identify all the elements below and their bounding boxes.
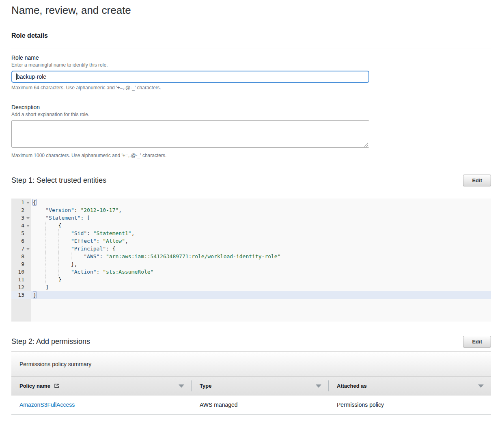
column-header-type[interactable]: Type: [192, 377, 329, 395]
code-line-content[interactable]: }: [31, 291, 491, 299]
column-header-policy-name[interactable]: Policy name: [11, 377, 192, 395]
indent-guide: [58, 260, 71, 268]
indent-guide: [33, 229, 45, 237]
step2-edit-button[interactable]: Edit: [463, 336, 491, 348]
json-string: "Statement1": [93, 230, 131, 236]
resize-handle-icon[interactable]: [364, 142, 368, 147]
step1-edit-button[interactable]: Edit: [463, 175, 491, 186]
indent-guide: [58, 229, 71, 237]
code-line-content[interactable]: },: [31, 260, 491, 268]
code-line-content[interactable]: "Sid": "Statement1",: [31, 229, 491, 237]
code-line-content[interactable]: "AWS": "arn:aws:iam::541263489771:role/w…: [31, 253, 491, 260]
line-number-text: 12: [18, 284, 24, 290]
code-line-content[interactable]: }: [31, 276, 491, 283]
editor-line[interactable]: 11 }: [11, 276, 491, 283]
code-line-content[interactable]: "Action": "sts:AssumeRole": [31, 268, 491, 276]
line-number-text: 10: [18, 269, 24, 275]
table-body: AmazonS3FullAccessAWS managedPermissions…: [11, 395, 491, 415]
json-key: "Version": [45, 207, 74, 213]
editor-line[interactable]: 4 {: [11, 222, 491, 229]
description-constraint: Maximum 1000 characters. Use alphanumeri…: [11, 153, 491, 158]
line-number: 1: [11, 199, 31, 206]
editor-line[interactable]: 1{: [11, 199, 491, 206]
indent-guide: [33, 260, 45, 268]
indent-guide: [33, 206, 45, 214]
editor-line[interactable]: 3 "Statement": [: [11, 214, 491, 222]
code-line-content[interactable]: "Version": "2012-10-17",: [31, 206, 491, 214]
external-link-icon: [54, 383, 59, 389]
indent-guide: [58, 237, 71, 245]
description-textarea[interactable]: [11, 120, 369, 148]
editor-line[interactable]: 13}: [11, 291, 491, 299]
editor-line[interactable]: 12 ]: [11, 283, 491, 291]
editor-line[interactable]: 9 },: [11, 260, 491, 268]
step1-header-row: Step 1: Select trusted entities Edit: [11, 174, 491, 186]
indent-guide: [33, 237, 45, 245]
json-key: "Sid": [71, 230, 87, 236]
column-header-attached-as[interactable]: Attached as: [329, 377, 491, 395]
json-punctuation: ,: [125, 238, 128, 244]
json-string: "sts:AssumeRole": [103, 269, 153, 275]
editor-line[interactable]: 10 "Action": "sts:AssumeRole": [11, 268, 491, 276]
code-line-content[interactable]: ]: [31, 283, 491, 291]
line-number: 10: [11, 268, 31, 276]
sort-triangle-icon[interactable]: [179, 384, 184, 388]
table-header-row: Policy nameTypeAttached as: [11, 376, 491, 395]
policy-editor-lines: 1{2 "Version": "2012-10-17",3 "Statement…: [11, 199, 491, 299]
code-line-content[interactable]: "Statement": [: [31, 214, 491, 222]
editor-line[interactable]: 2 "Version": "2012-10-17",: [11, 206, 491, 214]
editor-line[interactable]: 5 "Sid": "Statement1",: [11, 229, 491, 237]
json-punctuation: :: [87, 230, 93, 236]
json-punctuation: :: [97, 238, 103, 244]
line-number: 5: [11, 229, 31, 237]
line-number-text: 8: [21, 253, 24, 259]
line-number-text: 6: [21, 238, 24, 244]
trust-policy-editor[interactable]: 1{2 "Version": "2012-10-17",3 "Statement…: [11, 199, 491, 322]
sort-triangle-icon[interactable]: [316, 384, 321, 388]
panel-header: Permissions policy summary: [11, 352, 491, 376]
code-line-content[interactable]: {: [31, 199, 491, 206]
name-review-create-page: Name, review, and create Role details Ro…: [0, 0, 504, 421]
json-punctuation: {: [58, 222, 62, 229]
role-name-input[interactable]: backup-role: [11, 71, 369, 83]
permissions-summary-panel: Permissions policy summary Policy nameTy…: [11, 352, 491, 415]
editor-line[interactable]: 7 "Principal": {: [11, 245, 491, 253]
code-line-content[interactable]: {: [31, 222, 491, 229]
code-line-content[interactable]: "Principal": {: [31, 245, 491, 253]
json-punctuation: }: [33, 291, 37, 298]
step2-header-row: Step 2: Add permissions Edit: [11, 335, 491, 348]
json-string: "arn:aws:iam::541263489771:role/workload…: [106, 253, 280, 259]
line-number: 6: [11, 237, 31, 245]
json-key: "Principal": [71, 246, 106, 252]
line-number: 3: [11, 214, 31, 222]
indent-guide: [33, 283, 45, 291]
line-number: 11: [11, 276, 31, 283]
column-header-label: Attached as: [337, 383, 367, 389]
json-string: "2012-10-17": [80, 207, 118, 213]
indent-guide: [58, 268, 71, 276]
fold-arrow-icon[interactable]: [26, 217, 30, 219]
fold-arrow-icon[interactable]: [26, 225, 30, 227]
policy-name-link[interactable]: AmazonS3FullAccess: [19, 402, 75, 408]
json-punctuation: :: [74, 207, 81, 213]
indent-guide: [33, 276, 45, 283]
role-name-label: Role name: [11, 54, 491, 61]
json-punctuation: {: [32, 199, 37, 206]
role-name-help: Enter a meaningful name to identify this…: [11, 62, 491, 68]
fold-arrow-icon[interactable]: [26, 248, 30, 250]
indent-guide: [45, 268, 58, 276]
line-number-text: 9: [21, 261, 24, 267]
line-number: 9: [11, 260, 31, 268]
json-punctuation: : {: [106, 246, 115, 252]
sort-triangle-icon[interactable]: [478, 384, 484, 388]
role-name-field: Role name Enter a meaningful name to ide…: [11, 54, 491, 91]
editor-line[interactable]: 8 "AWS": "arn:aws:iam::541263489771:role…: [11, 253, 491, 260]
indent-guide: [45, 276, 58, 283]
indent-guide: [45, 229, 58, 237]
policy-type-cell: AWS managed: [192, 402, 329, 408]
role-details-heading: Role details: [11, 32, 491, 39]
json-punctuation: : [: [80, 215, 90, 221]
code-line-content[interactable]: "Effect": "Allow",: [31, 237, 491, 245]
fold-arrow-icon[interactable]: [26, 202, 30, 204]
editor-line[interactable]: 6 "Effect": "Allow",: [11, 237, 491, 245]
